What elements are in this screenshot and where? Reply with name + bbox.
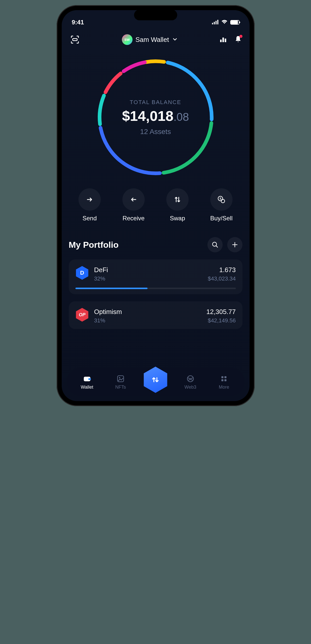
search-button[interactable] xyxy=(207,237,223,252)
asset-percentage: 32% xyxy=(94,275,108,282)
search-icon xyxy=(211,241,219,248)
svg-rect-0 xyxy=(212,23,213,24)
screen: 9:41 SW Sam Wallet xyxy=(62,10,250,401)
arrow-left-icon xyxy=(129,195,138,204)
svg-rect-3 xyxy=(217,20,218,24)
svg-rect-1 xyxy=(214,22,215,24)
plus-icon xyxy=(231,241,238,248)
scan-icon xyxy=(70,35,79,44)
battery-icon xyxy=(230,20,239,25)
notification-dot xyxy=(239,35,242,38)
asset-card-defi[interactable]: D DeFi 32% 1.673 $43,023.34 xyxy=(69,259,242,294)
action-row: Send Receive Swap $ Buy/Sell xyxy=(62,178,250,222)
swap-label: Swap xyxy=(170,215,185,222)
nav-more[interactable]: More xyxy=(211,374,237,390)
asset-value: $43,023.34 xyxy=(208,275,236,282)
svg-point-22 xyxy=(119,377,120,378)
chart-button[interactable] xyxy=(219,35,227,44)
send-label: Send xyxy=(83,215,97,222)
receive-label: Receive xyxy=(123,215,145,222)
nav-more-label: More xyxy=(219,385,229,390)
device-notch xyxy=(134,10,177,20)
buysell-label: Buy/Sell xyxy=(210,215,233,222)
balance-donut[interactable]: TOTAL BALANCE $14,018.08 12 Assets xyxy=(62,56,250,178)
svg-rect-6 xyxy=(222,38,224,42)
wallet-selector[interactable]: SW Sam Wallet xyxy=(122,34,178,45)
swap-center-icon xyxy=(150,374,161,385)
nav-nfts-label: NFTs xyxy=(115,385,126,390)
asset-value: $42,149.56 xyxy=(206,317,236,324)
nav-nfts[interactable]: NFTs xyxy=(108,374,133,390)
swap-button[interactable]: Swap xyxy=(161,188,194,222)
add-button[interactable] xyxy=(227,237,242,252)
asset-amount: 1.673 xyxy=(208,266,236,274)
svg-rect-7 xyxy=(225,39,226,42)
asset-name: DeFi xyxy=(94,266,108,274)
nav-web3-label: Web3 xyxy=(185,385,197,390)
svg-rect-27 xyxy=(224,379,226,381)
asset-progress xyxy=(75,288,236,289)
wallet-icon xyxy=(83,374,91,383)
svg-rect-5 xyxy=(220,40,222,42)
svg-rect-2 xyxy=(216,21,217,24)
optimism-icon: OP xyxy=(75,308,89,322)
balance-label: TOTAL BALANCE xyxy=(130,99,181,106)
svg-rect-24 xyxy=(221,376,223,378)
wallet-avatar: SW xyxy=(122,34,133,45)
phone-frame: 9:41 SW Sam Wallet xyxy=(57,5,255,406)
asset-name: Optimism xyxy=(94,308,122,316)
defi-icon: D xyxy=(75,266,89,280)
chevron-down-icon xyxy=(172,36,177,44)
arrow-right-icon xyxy=(85,195,94,204)
assets-count: 12 Assets xyxy=(140,128,171,136)
asset-percentage: 31% xyxy=(94,317,122,324)
svg-rect-25 xyxy=(224,376,226,378)
portfolio-section: My Portfolio D DeFi 32% xyxy=(62,222,250,329)
asset-amount: 12,305.77 xyxy=(206,308,236,316)
bottom-nav: Wallet NFTs Web3 More xyxy=(67,368,244,396)
top-bar: SW Sam Wallet xyxy=(62,28,250,51)
nav-wallet[interactable]: Wallet xyxy=(74,374,100,390)
wallet-name: Sam Wallet xyxy=(136,36,169,44)
wifi-icon xyxy=(221,19,228,26)
nav-wallet-label: Wallet xyxy=(81,385,93,390)
scan-button[interactable] xyxy=(69,34,80,45)
svg-point-17 xyxy=(221,199,225,203)
balance-value: $14,018.08 xyxy=(122,108,189,124)
svg-text:$: $ xyxy=(220,197,221,200)
notifications-button[interactable] xyxy=(234,35,242,44)
swap-icon xyxy=(173,195,182,204)
grid-icon xyxy=(220,374,228,383)
coins-icon: $ xyxy=(217,195,226,204)
cellular-icon xyxy=(212,19,219,26)
image-icon xyxy=(116,374,125,383)
portfolio-title: My Portfolio xyxy=(69,240,119,250)
status-time: 9:41 xyxy=(72,19,84,26)
svg-rect-4 xyxy=(73,39,77,41)
nav-web3[interactable]: Web3 xyxy=(178,374,203,390)
globe-icon xyxy=(186,374,195,383)
nav-swap-center[interactable] xyxy=(141,366,169,394)
bar-chart-icon xyxy=(219,35,227,43)
asset-card-optimism[interactable]: OP Optimism 31% 12,305.77 $42,149.56 xyxy=(69,301,242,329)
balance-center: TOTAL BALANCE $14,018.08 12 Assets xyxy=(62,56,250,178)
buysell-button[interactable]: $ Buy/Sell xyxy=(205,188,238,222)
receive-button[interactable]: Receive xyxy=(117,188,150,222)
send-button[interactable]: Send xyxy=(73,188,106,222)
svg-rect-26 xyxy=(221,379,223,381)
svg-rect-20 xyxy=(88,378,91,380)
